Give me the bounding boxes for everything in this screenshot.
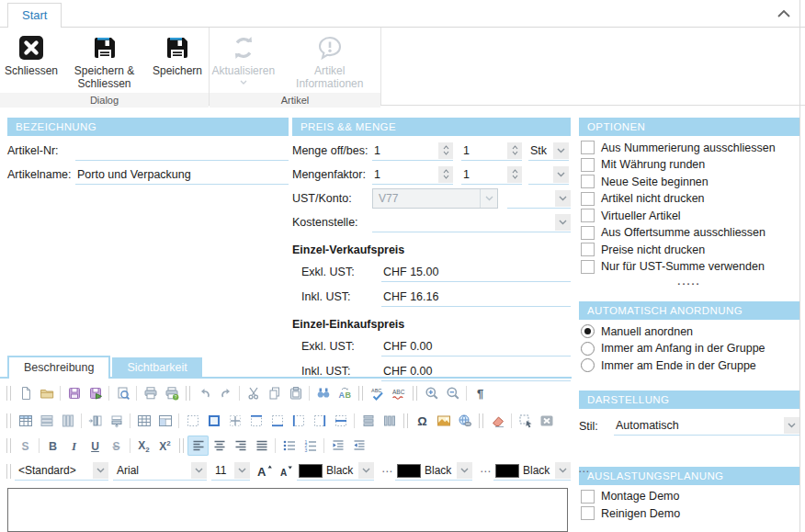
toolbar-handle[interactable] (403, 413, 408, 428)
save-as-button[interactable] (85, 383, 106, 403)
distribute-columns-button[interactable] (379, 411, 400, 431)
toolbar-handle[interactable] (6, 413, 11, 428)
spellcheck-button[interactable]: ABC (367, 383, 388, 403)
font-size-combobox[interactable]: 11 (211, 461, 250, 481)
combobox-field[interactable] (372, 213, 571, 232)
anordnung-radio[interactable] (581, 358, 595, 372)
auslastung-checkbox[interactable] (581, 490, 595, 504)
einkauf-exkl-input[interactable]: CHF 0.00 (381, 337, 571, 357)
tab-beschreibung[interactable]: Beschreibung (7, 356, 110, 379)
option-checkbox[interactable] (581, 158, 595, 172)
color-more-button[interactable]: ⋯ (575, 465, 592, 478)
insert-row-button[interactable] (106, 411, 127, 431)
text-color-combobox[interactable]: Black (297, 461, 374, 481)
combobox-field[interactable] (528, 165, 569, 185)
align-left-button[interactable] (187, 436, 209, 456)
chevron-down-icon[interactable] (480, 189, 497, 208)
new-document-button[interactable] (15, 383, 36, 403)
option-checkbox[interactable] (581, 141, 595, 154)
border-outside-button[interactable] (203, 411, 224, 431)
outdent-button[interactable] (348, 436, 369, 456)
font-grow-button[interactable]: A (255, 461, 276, 481)
refresh-button[interactable]: Aktualisieren (210, 31, 277, 87)
verkauf-inkl-input[interactable]: CHF 16.16 (381, 288, 571, 307)
chevron-down-icon[interactable] (553, 166, 569, 183)
row-properties-button[interactable] (36, 411, 57, 431)
anordnung-radio[interactable] (581, 342, 595, 356)
align-right-button[interactable] (230, 436, 251, 456)
spinner-control[interactable] (438, 142, 453, 159)
border-top-button[interactable] (245, 411, 266, 431)
toolbar-handle[interactable] (6, 386, 11, 401)
format-eraser-button[interactable] (487, 411, 508, 431)
save-and-close-button[interactable]: Speichern & Schliessen (64, 31, 144, 93)
cut-button[interactable] (243, 383, 264, 403)
print-button[interactable] (140, 383, 161, 403)
option-checkbox[interactable] (581, 175, 595, 188)
tab-sichtbarkeit[interactable]: Sichtbarkeit (112, 357, 201, 377)
toolbar-handle[interactable] (479, 413, 483, 428)
toolbar-handle[interactable] (358, 386, 363, 401)
option-checkbox[interactable] (581, 226, 595, 240)
select-frame-button[interactable] (515, 411, 536, 431)
combobox-field[interactable] (507, 189, 571, 209)
chevron-down-icon[interactable] (240, 80, 247, 85)
paste-button[interactable] (285, 383, 306, 403)
chevron-down-icon[interactable] (358, 462, 374, 479)
combobox-field[interactable]: Stk (528, 141, 569, 161)
chevron-down-icon[interactable] (555, 214, 571, 231)
formatting-marks-button[interactable]: ¶ (470, 383, 491, 403)
highlight-color-combobox[interactable]: Black (395, 461, 472, 481)
option-checkbox[interactable] (581, 192, 595, 206)
verkauf-exkl-input[interactable]: CHF 15.00 (381, 263, 571, 282)
chevron-down-icon[interactable] (553, 142, 569, 159)
open-document-button[interactable] (36, 383, 57, 403)
toolbar-handle[interactable] (413, 386, 417, 401)
column-properties-button[interactable] (57, 411, 78, 431)
close-button[interactable]: Schliessen (0, 31, 62, 80)
color-more-button[interactable]: ⋯ (379, 465, 395, 478)
superscript-button[interactable]: X2 (154, 436, 176, 456)
hyperlink-button[interactable] (454, 411, 475, 431)
chevron-down-icon[interactable] (784, 417, 799, 434)
align-center-button[interactable] (209, 436, 230, 456)
merge-cells-button[interactable] (154, 411, 176, 431)
quantity-field[interactable]: 1 (372, 141, 453, 161)
zoom-in-button[interactable] (421, 383, 442, 403)
chevron-down-icon[interactable] (93, 462, 108, 479)
toolbar-handle[interactable] (186, 386, 190, 401)
chevron-down-icon[interactable] (555, 462, 571, 479)
chevron-down-icon[interactable] (555, 190, 571, 207)
undo-button[interactable] (194, 383, 215, 403)
border-bottom-button[interactable] (266, 411, 288, 431)
strikethrough-button[interactable]: S (106, 436, 127, 456)
delete-object-button[interactable] (536, 411, 557, 431)
background-color-combobox[interactable]: Black (493, 461, 571, 481)
subscript-button[interactable]: X2 (133, 436, 154, 456)
tab-start[interactable]: Start (7, 3, 62, 28)
font-family-combobox[interactable]: Arial (113, 461, 207, 481)
align-justify-button[interactable] (251, 436, 272, 456)
chevron-down-icon[interactable] (191, 462, 207, 479)
quantity-field[interactable]: 1 (372, 165, 453, 185)
spinner-control[interactable] (438, 166, 453, 183)
option-checkbox[interactable] (581, 260, 595, 274)
description-textarea[interactable] (7, 488, 568, 532)
redo-button[interactable] (215, 383, 236, 403)
auslastung-checkbox[interactable] (581, 506, 595, 520)
save-button[interactable] (63, 383, 85, 403)
font-shrink-button[interactable]: A (276, 461, 297, 481)
numbered-list-button[interactable]: 123 (300, 436, 321, 456)
save-button[interactable]: Speichern (146, 31, 209, 80)
toolbar-handle[interactable] (6, 464, 11, 479)
chevron-down-icon[interactable] (457, 462, 472, 479)
stil-combobox[interactable]: Automatisch (614, 416, 799, 436)
artikel-nr-input[interactable] (75, 141, 289, 161)
border-horizontal-button[interactable] (330, 411, 351, 431)
border-right-button[interactable] (309, 411, 330, 431)
styles-button[interactable]: S (15, 436, 36, 456)
toolbar-handle[interactable] (6, 438, 11, 453)
replace-button[interactable]: AB (334, 383, 355, 403)
bold-button[interactable]: B (42, 436, 63, 456)
border-left-button[interactable] (288, 411, 309, 431)
